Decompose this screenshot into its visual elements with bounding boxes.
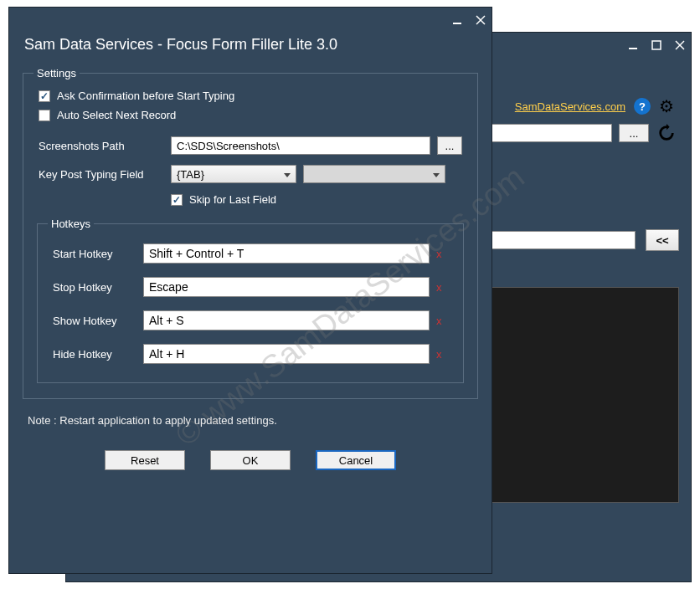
cancel-button[interactable]: Cancel [316, 450, 396, 470]
hotkey-input[interactable] [143, 344, 430, 364]
dlg-close-button[interactable] [475, 14, 486, 26]
browse-screenshots-button[interactable]: ... [437, 136, 462, 155]
minimize-button[interactable] [627, 39, 639, 51]
prev-button[interactable]: << [646, 229, 679, 251]
key-post-secondary-combo[interactable] [303, 165, 445, 183]
screenshots-path-label: Screenshots Path [39, 140, 164, 152]
auto-select-checkbox[interactable] [39, 110, 50, 121]
clear-hotkey-icon[interactable]: x [436, 315, 448, 327]
ok-button[interactable]: OK [210, 450, 291, 470]
auto-select-label: Auto Select Next Record [57, 109, 176, 121]
skip-last-checkbox[interactable] [171, 194, 183, 206]
key-post-combo[interactable]: {TAB} [171, 165, 296, 183]
reset-button[interactable]: Reset [105, 450, 185, 470]
ask-confirmation-checkbox[interactable] [39, 90, 50, 102]
hotkey-label: Show Hotkey [53, 315, 136, 327]
restart-note: Note : Restart application to apply upda… [9, 407, 492, 433]
hotkey-row: Hide Hotkeyx [48, 337, 453, 371]
gear-icon[interactable]: ⚙ [659, 96, 674, 116]
refresh-icon[interactable] [656, 123, 677, 143]
hotkey-input[interactable] [143, 310, 430, 330]
dlg-minimize-button[interactable] [451, 14, 463, 26]
website-link[interactable]: SamDataServices.com [515, 100, 625, 113]
hotkey-label: Start Hotkey [53, 248, 136, 260]
settings-fieldset: Settings Ask Confirmation before Start T… [23, 67, 478, 399]
maximize-button[interactable] [651, 39, 662, 51]
settings-dialog: Sam Data Services - Focus Form Filler Li… [8, 7, 492, 574]
skip-last-label: Skip for Last Field [189, 193, 276, 206]
key-post-label: Key Post Typing Field [39, 168, 164, 181]
clear-hotkey-icon[interactable]: x [436, 281, 448, 294]
screenshots-path-input[interactable] [171, 136, 430, 155]
hotkey-row: Stop Hotkeyx [48, 270, 453, 304]
browse-button[interactable]: ... [619, 124, 649, 142]
hotkey-row: Show Hotkeyx [48, 304, 453, 337]
help-icon[interactable]: ? [634, 98, 651, 115]
hotkeys-legend: Hotkeys [48, 218, 94, 230]
clear-hotkey-icon[interactable]: x [436, 348, 448, 361]
hotkey-label: Stop Hotkey [53, 281, 136, 294]
ask-confirmation-label: Ask Confirmation before Start Typing [57, 90, 234, 102]
clear-hotkey-icon[interactable]: x [436, 248, 448, 260]
settings-legend: Settings [33, 67, 80, 79]
hotkeys-fieldset: Hotkeys Start HotkeyxStop HotkeyxShow Ho… [37, 218, 464, 383]
close-button[interactable] [674, 39, 686, 51]
hotkey-input[interactable] [143, 277, 430, 297]
hotkey-label: Hide Hotkey [53, 348, 136, 361]
svg-rect-1 [652, 41, 661, 49]
key-post-value: {TAB} [177, 168, 204, 181]
dialog-title: Sam Data Services - Focus Form Filler Li… [9, 33, 492, 64]
fg-titlebar [9, 8, 492, 33]
hotkey-input[interactable] [143, 243, 430, 264]
hotkey-row: Start Hotkeyx [48, 237, 453, 270]
